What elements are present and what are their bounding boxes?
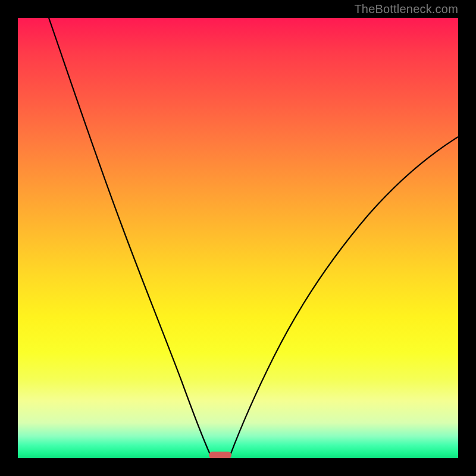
right-curve [229, 137, 458, 458]
plot-area [18, 18, 458, 458]
left-curve [49, 18, 212, 458]
watermark-text: TheBottleneck.com [354, 2, 458, 16]
curve-layer [18, 18, 458, 458]
chart-frame: TheBottleneck.com [0, 0, 476, 476]
bottleneck-marker [209, 452, 231, 458]
